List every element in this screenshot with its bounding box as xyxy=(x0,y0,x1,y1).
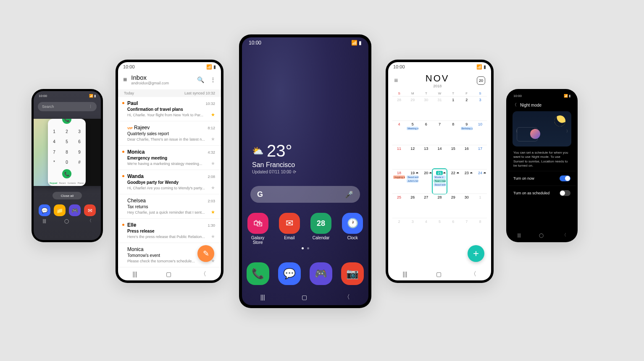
nav-recents-icon[interactable]: ||| xyxy=(518,233,521,238)
calendar-event[interactable]: Birthday p xyxy=(461,127,473,130)
calendar-event[interactable]: Meeting w xyxy=(407,127,418,130)
app-messages[interactable]: 💬 xyxy=(276,262,303,285)
email-item[interactable]: Wanda2:08Goodbye party for WendyHi, Char… xyxy=(118,170,221,194)
calendar-day[interactable]: 30 xyxy=(419,96,433,120)
calendar-day[interactable]: 6 xyxy=(447,218,460,242)
calendar-event[interactable]: Seoul exib xyxy=(407,175,418,179)
calendar-day[interactable]: 9Birthday p xyxy=(460,120,473,145)
nav-recents-icon[interactable]: ||| xyxy=(260,294,265,301)
email-item[interactable]: Monica4:32Emergency meetingWe're having … xyxy=(118,146,221,170)
calendar-day[interactable]: 7 xyxy=(460,218,473,242)
dial-key[interactable]: 7 xyxy=(48,147,60,157)
dial-key[interactable]: 5 xyxy=(60,137,73,147)
weather-widget[interactable]: ⛅ 23° San Francisco Updated 07/11 10:00 … xyxy=(252,141,296,174)
calendar-day[interactable]: 4 xyxy=(392,120,406,145)
calendar-day[interactable]: 29 xyxy=(406,96,419,120)
dial-key[interactable]: 4 xyxy=(48,137,60,147)
app-clock[interactable]: 🕐Clock xyxy=(339,213,366,245)
email-item[interactable]: Chelsea2:03Tax returnsHey Charlie, just … xyxy=(118,194,221,219)
email-item[interactable]: Elle1:30Press releaseHere's the press re… xyxy=(118,219,221,243)
calendar-day[interactable]: 5Meeting w xyxy=(406,120,419,145)
nav-recents-icon[interactable]: ||| xyxy=(133,271,137,277)
calendar-day[interactable]: 2 xyxy=(392,218,406,242)
calendar-day[interactable]: 28 xyxy=(433,194,446,218)
dock-app-messages[interactable]: 💬 xyxy=(39,204,50,216)
calendar-event[interactable]: Team mee xyxy=(434,179,445,183)
recents-search[interactable]: Search ⋮ xyxy=(38,102,97,111)
nav-back-icon[interactable]: 〈 xyxy=(200,270,206,278)
calendar-day[interactable]: 3 xyxy=(406,218,419,242)
calendar-day[interactable]: 21☁Movie tiTeam meeSeoul exib xyxy=(433,169,446,194)
today-button[interactable]: 20 xyxy=(477,76,485,85)
star-icon[interactable]: ★ xyxy=(211,209,215,215)
app-galaxy[interactable]: 🛍Galaxy Store xyxy=(244,213,271,245)
calendar-day[interactable]: 22☁ xyxy=(447,169,460,194)
page-indicator[interactable] xyxy=(242,247,368,249)
calendar-day[interactable]: 8 xyxy=(473,218,487,242)
dial-key[interactable]: # xyxy=(73,157,86,168)
nav-home-icon[interactable]: ▢ xyxy=(436,271,442,277)
compose-fab[interactable]: ✎ xyxy=(197,245,214,262)
email-item[interactable]: VIPRajeev8:12Quatrterly sales reportDear… xyxy=(118,121,221,146)
calendar-day[interactable]: 27 xyxy=(419,194,433,218)
nav-back-icon[interactable]: 〈 xyxy=(471,270,476,278)
calendar-day[interactable]: 31 xyxy=(433,96,446,120)
chevron-right-icon[interactable]: 〉 xyxy=(566,129,570,133)
star-icon[interactable]: ★ xyxy=(211,185,215,191)
calendar-day[interactable]: 4 xyxy=(419,218,433,242)
calendar-day[interactable]: 17 xyxy=(473,145,487,169)
dial-key[interactable]: 3 xyxy=(73,126,86,137)
calendar-day[interactable]: 7 xyxy=(433,120,446,145)
calendar-day[interactable]: 15 xyxy=(447,145,460,169)
dial-tab[interactable]: Keypad xyxy=(50,182,57,184)
nav-back-icon[interactable]: 〈 xyxy=(87,218,92,224)
calendar-day[interactable]: 10 xyxy=(473,120,487,145)
nav-home-icon[interactable]: ▢ xyxy=(166,271,171,277)
nav-recents-icon[interactable]: ||| xyxy=(403,271,407,277)
dial-key[interactable]: 8 xyxy=(60,147,73,157)
calendar-day[interactable]: 14 xyxy=(433,145,446,169)
email-list[interactable]: Paul10:32Confirmation of travel plansHi,… xyxy=(118,97,221,267)
dock-app-gmail[interactable]: ✉ xyxy=(84,204,96,216)
star-icon[interactable]: ★ xyxy=(211,112,215,118)
calendar-day[interactable]: 20☁ xyxy=(419,169,433,194)
calendar-day[interactable]: 1 xyxy=(447,96,460,120)
calendar-event[interactable]: Seoul exib xyxy=(434,183,445,186)
recents-card-dialer[interactable]: 📞 123456789*0# 📞 KeypadRecentContactsPla… xyxy=(48,119,86,186)
calendar-day[interactable]: 19☁Seoul exibJohn's birt xyxy=(406,169,419,194)
dialer-app-icon[interactable]: 📞 xyxy=(62,119,71,124)
dial-key[interactable]: 1 xyxy=(48,126,60,137)
nav-recents-icon[interactable]: ||| xyxy=(43,219,46,223)
dial-call-button[interactable]: 📞 xyxy=(62,169,71,178)
calendar-day[interactable]: 13 xyxy=(419,145,433,169)
email-item[interactable]: Paul10:32Confirmation of travel plansHi,… xyxy=(118,97,221,121)
menu-icon[interactable]: ≡ xyxy=(123,76,127,84)
mic-icon[interactable]: 🎤 xyxy=(345,191,353,199)
calendar-day[interactable]: 2 xyxy=(460,96,473,120)
dial-key[interactable]: 9 xyxy=(73,147,86,157)
star-icon[interactable]: ★ xyxy=(211,161,215,166)
nav-home-icon[interactable]: ▢ xyxy=(302,294,307,301)
app-email[interactable]: ✉Email xyxy=(276,213,303,245)
toggle-on-now[interactable] xyxy=(560,175,570,181)
calendar-day[interactable]: 5 xyxy=(433,218,446,242)
calendar-day[interactable]: 12 xyxy=(406,145,419,169)
nightmode-illustration[interactable]: 〈 〉 xyxy=(513,111,571,146)
add-event-fab[interactable]: + xyxy=(468,245,484,262)
calendar-day[interactable]: 3 xyxy=(473,96,487,120)
calendar-day[interactable]: 11 xyxy=(392,145,406,169)
nav-home-icon[interactable]: ◯ xyxy=(539,233,544,238)
google-search-bar[interactable]: G 🎤 xyxy=(250,186,360,203)
app-phone[interactable]: 📞 xyxy=(244,262,271,285)
home-screen[interactable]: 10:00 📶 ▮ ⛅ 23° San Francisco Updated 07… xyxy=(242,37,368,305)
app-camera[interactable]: 📷 xyxy=(339,262,366,285)
close-all-button[interactable]: Close all xyxy=(53,192,82,199)
dial-key[interactable]: 2 xyxy=(60,126,73,137)
month-switcher[interactable]: NOV 2018 xyxy=(426,73,449,88)
refresh-icon[interactable]: ⟳ xyxy=(293,170,296,174)
dial-tab[interactable]: Recent xyxy=(59,182,66,184)
toggle-scheduled[interactable] xyxy=(560,190,570,196)
dial-tab[interactable]: Places xyxy=(78,182,84,184)
calendar-event[interactable]: John's birt xyxy=(407,179,418,183)
calendar-day[interactable]: 28 xyxy=(392,96,406,120)
